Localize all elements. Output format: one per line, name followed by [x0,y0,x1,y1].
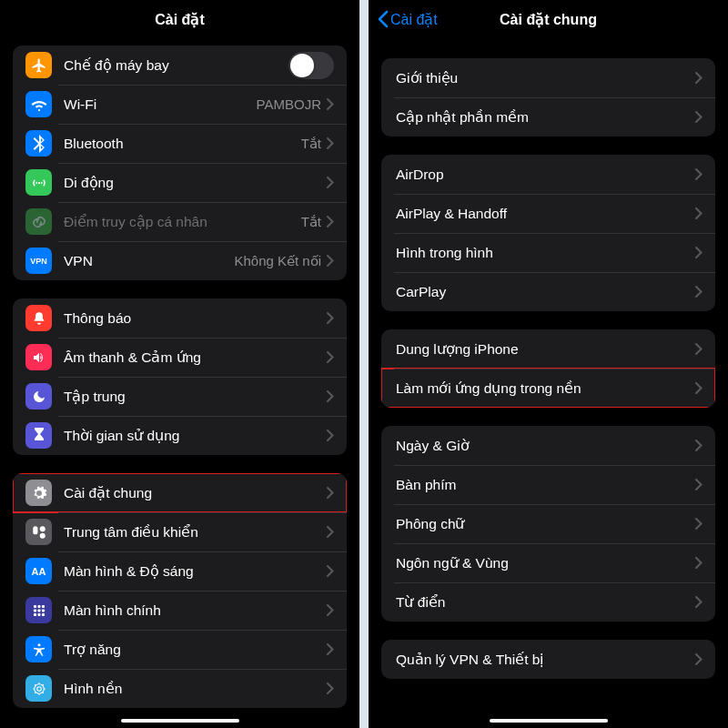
group-locale: Ngày & Giờ Bàn phím Phông chữ Ngôn ngữ &… [381,426,715,622]
row-sounds[interactable]: Âm thanh & Cảm ứng [13,338,347,377]
chevron-right-icon [327,565,334,577]
row-wallpaper[interactable]: Hình nền [13,669,347,708]
label-accessibility: Trợ năng [64,642,327,658]
chevron-right-icon [327,682,334,694]
row-airdrop[interactable]: AirDrop [381,155,715,194]
row-display[interactable]: AA Màn hình & Độ sáng [13,551,347,591]
label-bgrefresh: Làm mới ứng dụng trong nền [396,380,695,397]
label-sounds: Âm thanh & Cảm ứng [64,349,327,366]
chevron-right-icon [327,137,334,149]
label-general: Cài đặt chung [64,485,327,501]
chevron-right-icon [695,247,703,258]
value-bluetooth: Tắt [301,136,321,152]
label-pip: Hình trong hình [396,245,695,261]
row-accessibility[interactable]: Trợ năng [13,630,347,669]
row-datetime[interactable]: Ngày & Giờ [381,426,715,465]
label-carplay: CarPlay [396,284,695,300]
row-hotspot[interactable]: Điểm truy cập cá nhân Tắt [13,202,347,241]
row-iphone-storage[interactable]: Dung lượng iPhone [381,329,715,369]
chevron-right-icon [695,111,703,123]
settings-root-screen: Cài đặt Chế độ máy bay Wi-Fi PAMBOJR [0,0,359,728]
chevron-right-icon [695,557,703,569]
row-language[interactable]: Ngôn ngữ & Vùng [381,543,715,582]
svg-rect-9 [34,613,36,616]
row-dictionary[interactable]: Từ điển [381,582,715,622]
row-vpn[interactable]: VPN VPN Không Kết nối [13,241,347,280]
bluetooth-icon [25,130,52,157]
chevron-right-icon [695,653,703,665]
row-homescreen[interactable]: Màn hình chính [13,591,347,630]
label-focus: Tập trung [64,389,327,405]
chevron-right-icon [695,207,703,219]
group-features: AirDrop AirPlay & Handoff Hình trong hìn… [381,155,715,311]
gear-icon [25,480,52,506]
row-software-update[interactable]: Cập nhật phần mềm [381,97,715,136]
label-hotspot: Điểm truy cập cá nhân [64,214,301,230]
svg-rect-4 [37,605,40,608]
value-hotspot: Tắt [301,214,321,230]
row-focus[interactable]: Tập trung [13,377,347,416]
chevron-right-icon [327,487,334,499]
row-controlcenter[interactable]: Trung tâm điều khiển [13,512,347,551]
row-bluetooth[interactable]: Bluetooth Tắt [13,124,347,163]
chevron-right-icon [327,216,334,228]
chevron-right-icon [695,343,703,355]
svg-point-14 [34,683,44,693]
label-wifi: Wi-Fi [64,96,257,113]
cellular-icon [25,169,52,196]
label-display: Màn hình & Độ sáng [64,563,327,580]
label-vpndevice: Quản lý VPN & Thiết bị [396,652,695,668]
nav-title: Cài đặt [155,11,204,28]
row-keyboard[interactable]: Bàn phím [381,465,715,504]
label-fonts: Phông chữ [396,516,695,532]
chevron-right-icon [695,596,703,608]
accessibility-icon [25,636,52,662]
chevron-right-icon [327,177,334,188]
nav-bar: Cài đặt [0,0,359,38]
group-notifications: Thông báo Âm thanh & Cảm ứng Tập trung [13,298,347,455]
moon-icon [25,383,52,410]
label-datetime: Ngày & Giờ [396,438,695,454]
label-storage: Dung lượng iPhone [396,341,695,358]
hotspot-icon [25,208,52,235]
row-general[interactable]: Cài đặt chung [13,473,347,512]
general-settings-screen: Cài đặt Cài đặt chung Giới thiệu Cập nhậ… [369,0,728,728]
chevron-right-icon [695,440,703,451]
airplane-icon [25,52,52,78]
chevron-right-icon [327,255,334,267]
label-wallpaper: Hình nền [64,681,327,697]
group-about: Giới thiệu Cập nhật phần mềm [381,58,715,136]
chevron-left-icon [378,10,389,28]
value-wifi: PAMBOJR [257,96,321,112]
row-about[interactable]: Giới thiệu [381,58,715,97]
svg-rect-8 [42,609,45,612]
row-vpn-device[interactable]: Quản lý VPN & Thiết bị [381,640,715,679]
settings-content: Chế độ máy bay Wi-Fi PAMBOJR Bluetooth T… [0,38,359,728]
chevron-right-icon [695,518,703,530]
label-homescreen: Màn hình chính [64,602,327,619]
row-wifi[interactable]: Wi-Fi PAMBOJR [13,85,347,124]
row-airplane-mode[interactable]: Chế độ máy bay [13,46,347,85]
chevron-right-icon [327,351,334,363]
row-notifications[interactable]: Thông báo [13,298,347,338]
chevron-right-icon [695,479,703,490]
row-carplay[interactable]: CarPlay [381,272,715,311]
label-cellular: Di động [64,175,327,191]
row-airplay[interactable]: AirPlay & Handoff [381,194,715,233]
group-general: Cài đặt chung Trung tâm điều khiển AA Mà… [13,473,347,708]
row-screentime[interactable]: Thời gian sử dụng [13,416,347,455]
row-background-app-refresh[interactable]: Làm mới ứng dụng trong nền [381,369,715,408]
home-indicator[interactable] [490,719,608,723]
svg-rect-5 [42,605,45,608]
row-cellular[interactable]: Di động [13,163,347,202]
row-pip[interactable]: Hình trong hình [381,233,715,272]
svg-rect-0 [33,526,37,534]
chevron-right-icon [695,286,703,298]
home-indicator[interactable] [121,719,239,723]
row-fonts[interactable]: Phông chữ [381,504,715,543]
display-icon: AA [25,558,52,584]
svg-rect-11 [42,613,45,616]
back-button[interactable]: Cài đặt [378,0,438,38]
airplane-toggle[interactable] [288,52,334,79]
chevron-right-icon [327,390,334,402]
